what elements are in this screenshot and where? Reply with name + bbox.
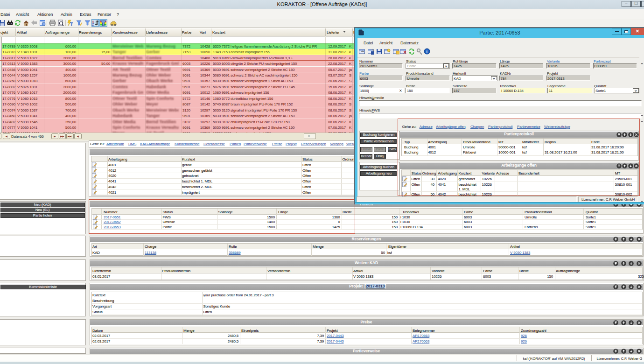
svg-text:Z: Z — [92, 23, 94, 26]
